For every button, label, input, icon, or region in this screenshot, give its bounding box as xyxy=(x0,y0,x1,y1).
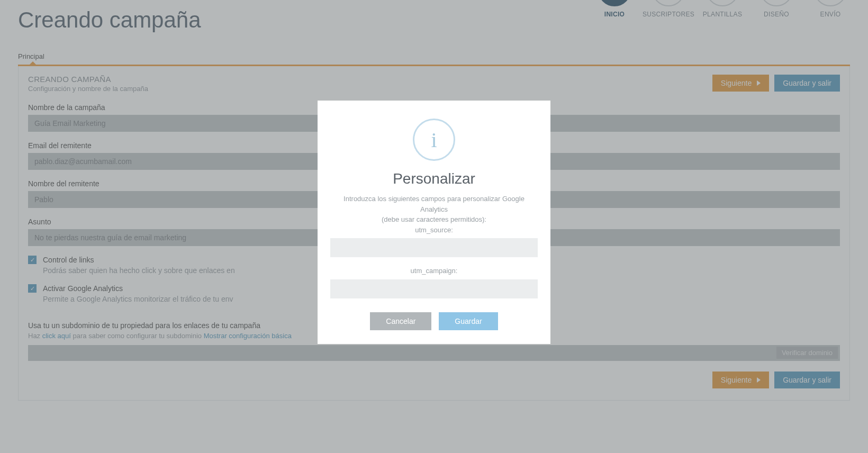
modal-desc-line2: (debe usar caracteres permitidos): xyxy=(330,214,538,225)
modal-utm-campaign-label: utm_campaign: xyxy=(330,266,538,276)
personalize-modal: i Personalizar Introduzca los siguientes… xyxy=(318,101,550,344)
modal-title: Personalizar xyxy=(330,170,538,187)
utm-source-input[interactable] xyxy=(330,238,538,257)
info-icon: i xyxy=(413,119,455,161)
modal-desc-line1: Introduzca los siguientes campos para pe… xyxy=(330,194,538,214)
modal-cancel-button[interactable]: Cancelar xyxy=(370,312,431,330)
modal-save-button[interactable]: Guardar xyxy=(439,312,498,330)
modal-overlay: i Personalizar Introduzca los siguientes… xyxy=(0,0,868,453)
modal-utm-source-label: utm_source: xyxy=(330,225,538,235)
utm-campaign-input[interactable] xyxy=(330,279,538,298)
